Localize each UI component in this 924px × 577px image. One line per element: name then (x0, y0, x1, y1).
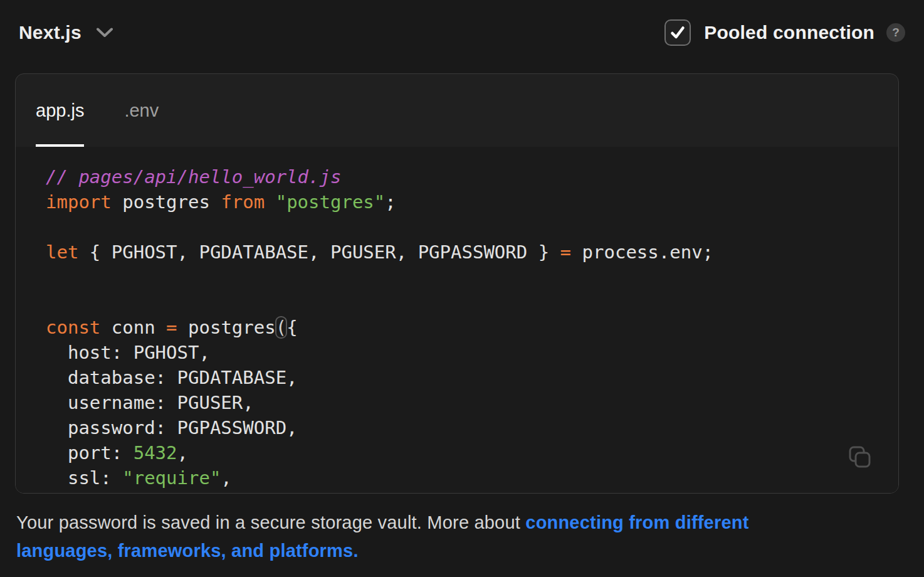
framework-selector-label: Next.js (19, 22, 81, 43)
tab-env[interactable]: .env (124, 74, 159, 147)
code-line: host: PGHOST, (46, 340, 898, 365)
pooled-connection-toggle[interactable]: Pooled connection ? (664, 19, 905, 46)
code-line: import postgres from "postgres"; (46, 189, 898, 214)
code-line (46, 214, 898, 240)
code-line: ssl: "require", (46, 465, 898, 490)
tab-bar: app.js .env (16, 74, 898, 147)
tab-app-js[interactable]: app.js (36, 74, 84, 147)
code-snippet-panel: app.js .env // pages/api/hello_world.jsi… (15, 73, 899, 494)
copy-button[interactable] (844, 442, 874, 472)
chevron-down-icon (97, 28, 113, 38)
code-editor: // pages/api/hello_world.jsimport postgr… (16, 147, 898, 493)
code-line: password: PGPASSWORD, (46, 415, 898, 440)
code-line: port: 5432, (46, 440, 898, 465)
code-line (46, 265, 898, 290)
code-content: // pages/api/hello_world.jsimport postgr… (46, 164, 898, 490)
top-bar: Next.js Pooled connection ? (0, 0, 924, 73)
password-vault-note: Your password is saved in a secure stora… (16, 509, 899, 565)
pooled-connection-label: Pooled connection (704, 22, 874, 43)
code-line: let { PGHOST, PGDATABASE, PGUSER, PGPASS… (46, 240, 898, 265)
code-line: // pages/api/hello_world.js (46, 164, 898, 189)
question-mark-icon[interactable]: ? (886, 23, 905, 42)
code-line: const conn = postgres({ (46, 315, 898, 340)
framework-selector[interactable]: Next.js (19, 22, 113, 43)
code-line (46, 290, 898, 315)
copy-icon (844, 442, 874, 472)
pooled-connection-checkbox[interactable] (664, 19, 691, 46)
code-line: username: PGUSER, (46, 390, 898, 415)
check-icon (669, 24, 686, 41)
code-line: database: PGDATABASE, (46, 365, 898, 390)
note-text: Your password is saved in a secure stora… (16, 512, 525, 532)
